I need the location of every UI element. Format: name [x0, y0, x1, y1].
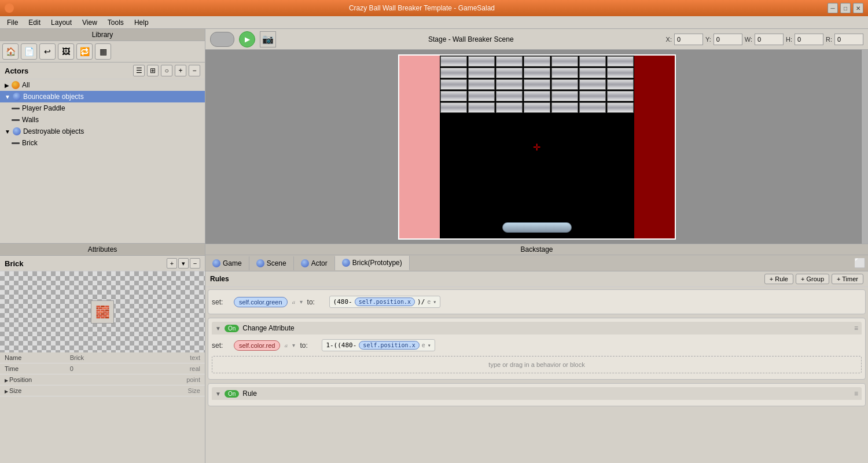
rules-area-expand-button[interactable]: ⬜ [852, 255, 868, 271]
tab-brick-prototype-icon [342, 259, 350, 267]
stage-canvas: ✛ [205, 50, 868, 244]
menu-view[interactable]: View [78, 17, 102, 28]
toolbar: 🏠 📄 ↩ 🖼 🔁 ▦ [0, 41, 205, 63]
main-layout: Library 🏠 📄 ↩ 🖼 🔁 ▦ Actors ☰ ⊞ ○ + − [0, 29, 868, 463]
tab-scene[interactable]: Scene [249, 256, 294, 270]
attr-row-name[interactable]: Name Brick text [0, 352, 205, 363]
brick-cell [524, 91, 550, 101]
play-button[interactable]: ▶ [239, 31, 255, 47]
drop-zone[interactable]: type or drag in a behavior or block [212, 356, 862, 373]
toolbar-home-button[interactable]: 🏠 [2, 43, 19, 60]
brick-cell [607, 56, 634, 67]
h-input[interactable] [795, 34, 823, 45]
add-group-button[interactable]: + Group [796, 274, 829, 284]
menu-tools[interactable]: Tools [103, 17, 128, 28]
actors-search-button[interactable]: ○ [161, 65, 172, 76]
add-rule-button[interactable]: + Rule [764, 274, 793, 284]
tab-game-icon [212, 259, 220, 267]
expr-1[interactable]: (480- self.position.x )/ e ▾ [329, 296, 441, 308]
actor-row-walls[interactable]: Walls [0, 114, 205, 126]
toolbar-grid-button[interactable]: ▦ [95, 43, 111, 60]
add-timer-button[interactable]: + Timer [832, 274, 863, 284]
rule-block-change-attr: ▼ On Change Attribute ≡ set: self.color.… [208, 318, 866, 380]
maximize-button[interactable]: □ [840, 3, 851, 13]
x-input[interactable] [674, 34, 703, 45]
bounceable-icon [13, 93, 21, 101]
actors-grid-view-button[interactable]: ⊞ [147, 65, 159, 76]
y-input[interactable] [713, 34, 742, 45]
brick-cell [440, 91, 467, 101]
rule3-menu-icon[interactable]: ≡ [854, 389, 858, 398]
attr-name-name: Name [5, 354, 70, 361]
actor-row-bounceable[interactable]: ▼ Bounceable objects [0, 91, 205, 102]
attr-dropdown-1[interactable]: ▾ [300, 299, 303, 305]
brick-preview: 🧱 [0, 271, 205, 352]
attributes-section: Attributes Brick + ▾ − 🧱 Name Brick text [0, 243, 205, 463]
stage-wall-right [634, 56, 675, 238]
actors-remove-button[interactable]: − [189, 65, 200, 76]
brick-row-4 [440, 90, 634, 102]
camera-button[interactable]: 📷 [260, 31, 276, 47]
attr-chip-red[interactable]: self.color.red [234, 340, 280, 351]
brick-remove-button[interactable]: − [190, 258, 200, 269]
to-label-2: to: [300, 341, 317, 350]
attr-type-size: Size [135, 387, 200, 394]
attr-row-position[interactable]: ▶Position point [0, 374, 205, 385]
rule-block-3: ▼ On Rule ≡ [208, 383, 866, 406]
walls-icon [12, 119, 20, 121]
actors-add-button[interactable]: + [175, 65, 186, 76]
toolbar-doc-button[interactable]: 📄 [21, 43, 37, 60]
brick-add-dropdown-button[interactable]: ▾ [178, 258, 189, 269]
expr-dropdown-2[interactable]: ▾ [428, 342, 431, 348]
rule3-expand-arrow[interactable]: ▼ [215, 391, 221, 397]
attr-dropdown-2[interactable]: ▾ [292, 342, 295, 348]
brick-cell [579, 102, 606, 113]
stage-scrollbar[interactable] [861, 50, 868, 244]
brick-cell [524, 79, 550, 90]
actors-list-view-button[interactable]: ☰ [133, 65, 145, 76]
tab-brick-prototype[interactable]: Brick(Prototype) [335, 256, 410, 270]
tab-actor[interactable]: Actor [294, 256, 335, 270]
attr-name-size: ▶Size [5, 387, 70, 394]
toolbar-refresh-button[interactable]: 🔁 [76, 43, 93, 60]
attr-row-size[interactable]: ▶Size Size [0, 385, 205, 396]
attr-icon-2: 𝑎 [285, 342, 288, 349]
attr-row-time[interactable]: Time 0 real [0, 363, 205, 374]
toolbar-image-button[interactable]: 🖼 [58, 43, 74, 60]
toolbar-undo-button[interactable]: ↩ [39, 43, 56, 60]
actor-row-all[interactable]: ▶ All [0, 79, 205, 91]
attr-chip-green[interactable]: self.color.green [234, 297, 288, 307]
brick-row-3 [440, 79, 634, 90]
brick-add-button[interactable]: + [167, 258, 177, 269]
brick-cell [440, 56, 467, 67]
menu-help[interactable]: Help [130, 17, 153, 28]
all-expand-arrow: ▶ [5, 82, 9, 89]
tab-scene-icon [256, 259, 264, 267]
brick-cell [496, 79, 523, 90]
ca-menu-icon[interactable]: ≡ [854, 324, 858, 332]
brick-cell [468, 79, 495, 90]
actor-row-destroyable[interactable]: ▼ Destroyable objects [0, 126, 205, 137]
w-input[interactable] [755, 34, 784, 45]
minimize-button[interactable]: ─ [827, 3, 838, 13]
ca-title: Change Attribute [242, 324, 294, 332]
actor-row-player-paddle[interactable]: Player Paddle [0, 102, 205, 114]
expr-chip-2[interactable]: self.position.x [359, 341, 419, 350]
expr-dropdown-1[interactable]: ▾ [433, 299, 436, 305]
destroyable-expand-arrow: ▼ [5, 128, 10, 135]
rules-title: Rules [210, 275, 229, 283]
r-input[interactable] [834, 34, 863, 45]
menu-file[interactable]: File [2, 17, 23, 28]
ca-expand-arrow[interactable]: ▼ [215, 325, 221, 332]
actor-label-player-paddle: Player Paddle [22, 104, 65, 112]
actor-row-brick[interactable]: Brick [0, 137, 205, 149]
rule3-on-badge: On [225, 390, 239, 398]
menu-edit[interactable]: Edit [24, 17, 45, 28]
tab-game[interactable]: Game [205, 256, 249, 270]
brick-cell [551, 79, 578, 90]
close-button[interactable]: ✕ [853, 3, 863, 13]
stage-nav-button[interactable] [210, 32, 234, 47]
expr-chip-1[interactable]: self.position.x [355, 297, 415, 306]
menu-layout[interactable]: Layout [46, 17, 76, 28]
expr-2[interactable]: 1-((480- self.position.x e ▾ [322, 339, 435, 351]
